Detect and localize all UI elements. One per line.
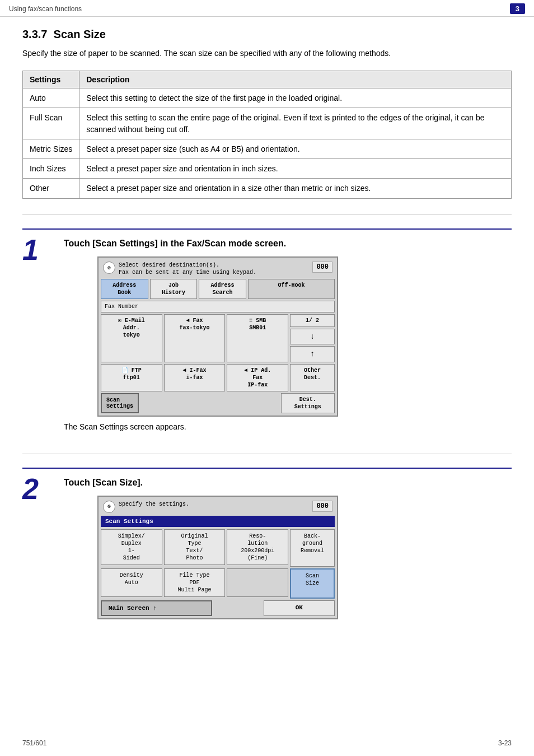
resolution-btn[interactable]: Reso-lution200x200dpi(Fine) [227, 529, 288, 565]
section-number: 3.3.7 [22, 28, 47, 40]
scan-settings-title: Scan Settings [105, 518, 153, 525]
section-intro: Specify the size of paper to be scanned.… [22, 48, 512, 59]
spacer [140, 393, 279, 413]
step2-title: Touch [Scan Size]. [64, 477, 512, 489]
table-cell-description-0: Select this setting to detect the size o… [79, 88, 512, 108]
step2-number: 2 [22, 474, 56, 503]
footer-left: 751/601 [22, 739, 46, 747]
scan-size-btn[interactable]: ScanSize [290, 568, 335, 599]
scan-grid-row2: DensityAuto File TypePDFMulti Page ScanS… [101, 568, 335, 599]
main-screen-label: Main Screen ↑ [109, 605, 157, 612]
nav-up-btn[interactable]: ↑ [290, 346, 335, 362]
step2-counter: 000 [312, 501, 332, 512]
file-type-btn[interactable]: File TypePDFMulti Page [164, 568, 226, 597]
email-btn[interactable]: ✉ E-MailAddr.tokyo [101, 314, 162, 362]
step1-number: 1 [22, 235, 56, 264]
divider2 [22, 454, 512, 454]
screen-grid-row1: ✉ E-MailAddr.tokyo ◄ Faxfax-tokyo ≡ SMBS… [101, 314, 335, 362]
step2-screen: ⊙ Specify the settings. 000 Scan Setting… [97, 496, 338, 619]
dest-settings-btn[interactable]: Dest.Settings [281, 393, 335, 413]
table-cell-setting-3: Inch Sizes [23, 159, 79, 179]
device-logo: ⊙ [103, 262, 115, 274]
main-screen-btn[interactable]: Main Screen ↑ [101, 600, 212, 616]
ftp-btn[interactable]: 📄 FTPftp01 [101, 364, 162, 391]
scan-grid-row1: Simplex/Duplex1-Sided OriginalTypeText/P… [101, 529, 335, 567]
screen-grid-row2: 📄 FTPftp01 ◄ I-Faxi-fax ◄ IP Ad.FaxIP-fa… [101, 364, 335, 391]
step2-container: 2 Touch [Scan Size]. ⊙ Specify the setti… [22, 468, 512, 619]
fax-number-bar: Fax Number [101, 301, 335, 312]
table-cell-description-1: Select this setting to scan the entire p… [79, 108, 512, 139]
step1-container: 1 Touch [Scan Settings] in the Fax/Scan … [22, 228, 512, 440]
table-row: Metric SizesSelect a preset paper size (… [23, 139, 512, 158]
scan-settings-title-bar: Scan Settings [101, 516, 335, 527]
screen-counter: 000 [312, 262, 332, 273]
msg-line2: Fax can be sent at any time using keypad… [119, 269, 312, 276]
table-row: AutoSelect this setting to detect the si… [23, 88, 512, 108]
screen-top-buttons: AddressBook JobHistory AddressSearch Off… [101, 279, 335, 299]
step1-title: Touch [Scan Settings] in the Fax/Scan mo… [64, 237, 512, 250]
step2-content: Touch [Scan Size]. ⊙ Specify the setting… [64, 477, 512, 619]
page-indicator: 1/ 2 [290, 314, 335, 327]
simplex-btn[interactable]: Simplex/Duplex1-Sided [101, 529, 162, 565]
main-content: 3.3.7 Scan Size Specify the size of pape… [0, 17, 534, 653]
breadcrumb: Using fax/scan functions [9, 5, 82, 13]
table-row: OtherSelect a preset paper size and orie… [23, 179, 512, 198]
original-type-btn[interactable]: OriginalTypeText/Photo [164, 529, 226, 565]
address-search-btn[interactable]: AddressSearch [199, 279, 246, 299]
col2-header: Description [79, 71, 512, 88]
table-cell-description-2: Select a preset paper size (such as A4 o… [79, 139, 512, 158]
screen-top-bar: ⊙ Select desired destination(s). Fax can… [101, 260, 335, 278]
step2-screen-top: ⊙ Specify the settings. 000 [101, 499, 335, 515]
table-cell-setting-0: Auto [23, 88, 79, 108]
spacer2 [214, 600, 262, 616]
section-heading: 3.3.7 Scan Size [22, 28, 512, 41]
off-hook-btn[interactable]: Off-Hook [248, 279, 335, 299]
job-history-btn[interactable]: JobHistory [150, 279, 198, 299]
screen-message: Select desired destination(s). Fax can b… [115, 262, 312, 276]
screen-bottom-row: ScanSettings Dest.Settings [101, 393, 335, 413]
step1-content: Touch [Scan Settings] in the Fax/Scan mo… [64, 237, 512, 440]
settings-table: Settings Description AutoSelect this set… [22, 71, 512, 199]
table-cell-setting-2: Metric Sizes [23, 139, 79, 158]
background-removal-btn[interactable]: Back-groundRemoval [290, 529, 335, 567]
step2-msg: Specify the settings. [119, 501, 312, 508]
ok-label: OK [296, 604, 303, 611]
table-cell-setting-1: Full Scan [23, 108, 79, 139]
page-footer: 751/601 3-23 [22, 739, 512, 747]
top-bar: Using fax/scan functions 3 [0, 0, 534, 17]
step2-screen-msg: Specify the settings. [115, 501, 312, 508]
footer-right: 3-23 [498, 739, 512, 747]
other-dest-btn[interactable]: OtherDest. [290, 364, 335, 391]
step1-description: The Scan Settings screen appears. [64, 422, 512, 431]
divider [22, 214, 512, 215]
empty-slot [227, 568, 288, 597]
ifax-btn[interactable]: ◄ I-Faxi-fax [164, 364, 226, 391]
msg-line1: Select desired destination(s). [119, 262, 312, 269]
page-badge: 3 [510, 3, 525, 14]
nav-panel: 1/ 2 ↓ ↑ [290, 314, 335, 362]
scan-bottom-row: Main Screen ↑ OK [101, 600, 335, 616]
col1-header: Settings [23, 71, 79, 88]
fax-btn[interactable]: ◄ Faxfax-tokyo [164, 314, 226, 362]
ipfax-btn[interactable]: ◄ IP Ad.FaxIP-fax [227, 364, 288, 391]
smb-btn[interactable]: ≡ SMBSMB01 [227, 314, 288, 362]
density-btn[interactable]: DensityAuto [101, 568, 162, 597]
scan-settings-btn[interactable]: ScanSettings [101, 393, 139, 413]
table-cell-description-4: Select a preset paper size and orientati… [79, 179, 512, 198]
table-row: Inch SizesSelect a preset paper size and… [23, 159, 512, 179]
table-cell-description-3: Select a preset paper size and orientati… [79, 159, 512, 179]
nav-down-btn[interactable]: ↓ [290, 329, 335, 344]
ok-btn[interactable]: OK [264, 600, 335, 616]
device-logo2: ⊙ [103, 501, 115, 513]
step1-screen: ⊙ Select desired destination(s). Fax can… [97, 256, 338, 416]
table-cell-setting-4: Other [23, 179, 79, 198]
section-title: Scan Size [54, 28, 106, 40]
address-book-btn[interactable]: AddressBook [101, 279, 148, 299]
table-row: Full ScanSelect this setting to scan the… [23, 108, 512, 139]
fax-number-label: Fax Number [105, 304, 138, 310]
